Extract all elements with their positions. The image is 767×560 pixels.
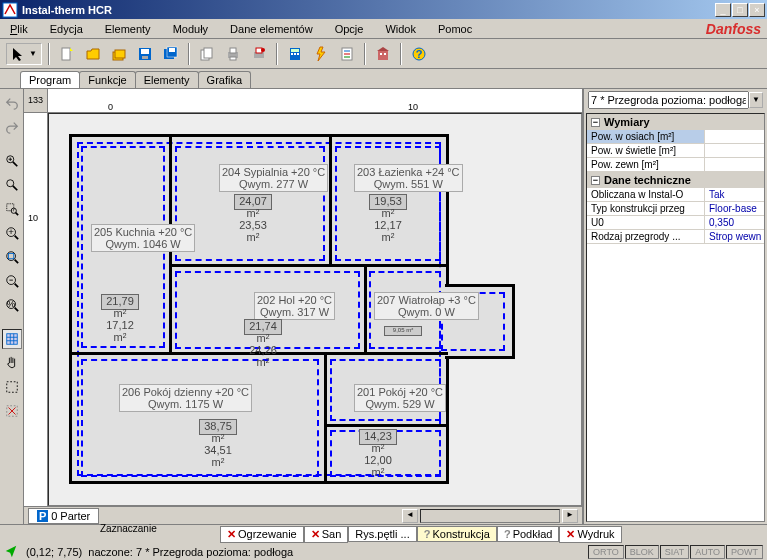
svg-line-37 (12, 186, 16, 190)
svg-rect-38 (6, 204, 13, 211)
ruler-v-10: 10 (28, 213, 38, 223)
tb-copy-icon[interactable] (196, 43, 218, 65)
svg-rect-20 (291, 53, 293, 55)
room-label-lazienka: 203 Łazienka +24 °CQwym. 551 W (354, 164, 463, 192)
menu-elementy[interactable]: Elementy (101, 21, 155, 37)
scrollbar-h[interactable] (420, 509, 560, 523)
lt-undo-icon[interactable] (2, 93, 22, 113)
svg-rect-58 (6, 382, 17, 393)
tb-saveall-icon[interactable] (160, 43, 182, 65)
btab-ryspetli[interactable]: Rys.pętli ... (348, 526, 416, 542)
mode-orto[interactable]: ORTO (588, 545, 624, 559)
menu-pomoc[interactable]: Pomoc (434, 21, 476, 37)
tb-printred-icon[interactable] (248, 43, 270, 65)
group-dane[interactable]: −Dane techniczne (587, 172, 764, 188)
window-title: Instal-therm HCR (22, 4, 715, 16)
lt-zoom-icon[interactable] (2, 175, 22, 195)
lt-zoompct-icon[interactable]: % (2, 295, 22, 315)
lt-delete-icon[interactable] (2, 401, 22, 421)
left-tool-palette: + % (0, 89, 24, 524)
menu-dane[interactable]: Dane elementów (226, 21, 317, 37)
lt-zoomfit-icon[interactable] (2, 247, 22, 267)
tb-open-icon[interactable] (82, 43, 104, 65)
svg-text:%: % (6, 298, 15, 309)
ruler-horizontal: 133 0 10 (24, 89, 582, 113)
lt-zoomin-icon[interactable] (2, 151, 22, 171)
prop-row[interactable]: Pow. w świetle [m²] (587, 144, 764, 158)
tb-print-icon[interactable] (222, 43, 244, 65)
lt-zoomminus-icon[interactable] (2, 271, 22, 291)
mode-powt[interactable]: POWT (726, 545, 763, 559)
status-bar: Zaznaczanie ✕Ogrzewanie ✕San Rys.pętli .… (0, 524, 767, 560)
btab-wydruk[interactable]: ✕Wydruk (559, 526, 621, 543)
heater-1: 21,79 m²17,12 m² (101, 294, 139, 310)
svg-rect-21 (294, 53, 296, 55)
btab-san[interactable]: ✕San (304, 526, 349, 543)
room-label-kuchnia: 205 Kuchnia +20 °CQwym. 1046 W (91, 224, 195, 252)
btab-ogrzewanie[interactable]: ✕Ogrzewanie (220, 526, 304, 543)
group-wymiary[interactable]: −Wymiary (587, 114, 764, 130)
status-coords: (0,12; 7,75) (26, 546, 82, 558)
heater-4: 21,74 m²24,26 m² (244, 319, 282, 335)
mode-siat[interactable]: SIAT (660, 545, 689, 559)
btab-podklad[interactable]: ?Podkład (497, 526, 560, 542)
menu-edycja[interactable]: Edycja (46, 21, 87, 37)
svg-rect-11 (204, 48, 212, 58)
prop-row[interactable]: Rodzaj przegrody ...Strop wewn (587, 230, 764, 244)
tool-cursor-dropdown[interactable]: ▼ (6, 43, 42, 65)
ruler-h-0: 0 (108, 102, 113, 112)
floor-tab[interactable]: P 0 Parter (28, 508, 99, 524)
tb-new-icon[interactable] (56, 43, 78, 65)
tb-bolt-icon[interactable] (310, 43, 332, 65)
svg-rect-22 (297, 53, 299, 55)
mode-blok[interactable]: BLOK (625, 545, 659, 559)
collapse-icon[interactable]: − (591, 118, 600, 127)
scroll-left-btn[interactable]: ◄ (402, 509, 418, 523)
tab-grafika[interactable]: Grafika (198, 71, 251, 88)
svg-text:?: ? (416, 48, 423, 60)
scroll-right-btn[interactable]: ► (562, 509, 578, 523)
svg-rect-19 (291, 49, 299, 52)
collapse-icon[interactable]: − (591, 176, 600, 185)
room-label-pokojdzienny: 206 Pokój dzienny +20 °CQwym. 1175 W (119, 384, 252, 412)
tb-save-icon[interactable] (134, 43, 156, 65)
room-label-hol: 202 Hol +20 °CQwym. 317 W (254, 292, 335, 320)
lt-zoomplus-icon[interactable]: + (2, 223, 22, 243)
tab-program[interactable]: Program (20, 71, 80, 88)
mode-auto[interactable]: AUTO (690, 545, 725, 559)
status-icon (4, 544, 20, 560)
tb-calc-icon[interactable] (284, 43, 306, 65)
room-label-sypialnia: 204 Sypialnia +20 °CQwym. 277 W (219, 164, 328, 192)
prop-row[interactable]: Pow. zewn [m²] (587, 158, 764, 172)
prop-row[interactable]: U00,350 (587, 216, 764, 230)
tb-report-icon[interactable] (336, 43, 358, 65)
svg-line-43 (14, 236, 18, 240)
tb-building-icon[interactable] (372, 43, 394, 65)
prop-row[interactable]: Typ konstrukcji przegFloor-base (587, 202, 764, 216)
close-button[interactable]: × (749, 3, 765, 17)
menu-bar: Plik Edycja Elementy Moduły Dane element… (0, 19, 767, 39)
menu-plik[interactable]: Plik (6, 21, 32, 37)
prop-row[interactable]: Pow. w osiach [m²] (587, 130, 764, 144)
maximize-button[interactable]: □ (732, 3, 748, 17)
prop-row[interactable]: Obliczana w Instal-OTak (587, 188, 764, 202)
menu-moduly[interactable]: Moduły (169, 21, 212, 37)
lt-select-icon[interactable] (2, 377, 22, 397)
properties-header-input[interactable] (588, 91, 749, 109)
drawing-canvas[interactable]: 205 Kuchnia +20 °CQwym. 1046 W 204 Sypia… (48, 113, 582, 506)
properties-header-dropdown[interactable]: ▼ (749, 92, 763, 108)
lt-grid-icon[interactable] (2, 329, 22, 349)
lt-zoomwin-icon[interactable] (2, 199, 22, 219)
svg-rect-13 (230, 48, 236, 53)
menu-opcje[interactable]: Opcje (331, 21, 368, 37)
lt-redo-icon[interactable] (2, 117, 22, 137)
tab-elementy[interactable]: Elementy (135, 71, 199, 88)
tb-stack-icon[interactable] (108, 43, 130, 65)
btab-konstrukcja[interactable]: ?Konstrukcja (417, 526, 497, 542)
lt-pan-icon[interactable] (2, 353, 22, 373)
tab-funkcje[interactable]: Funkcje (79, 71, 136, 88)
tb-help-icon[interactable]: ? (408, 43, 430, 65)
menu-widok[interactable]: Widok (381, 21, 420, 37)
minimize-button[interactable]: _ (715, 3, 731, 17)
ruler-h-10: 10 (408, 102, 418, 112)
